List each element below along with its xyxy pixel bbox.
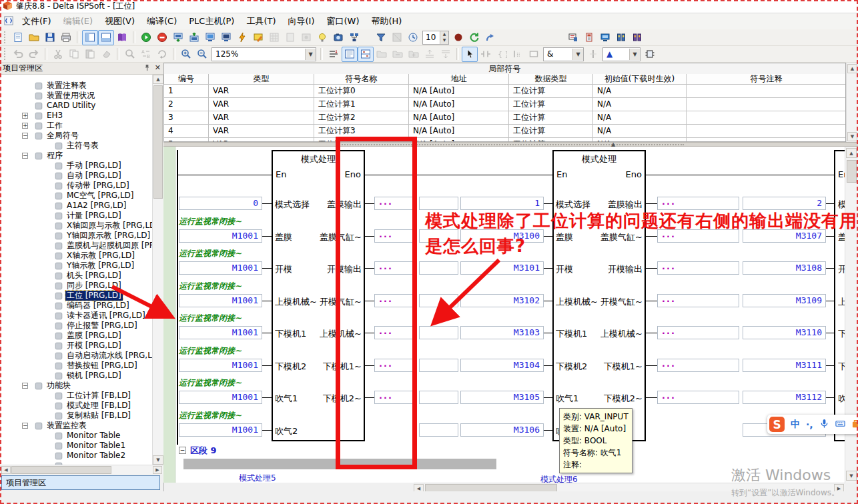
- zoom-select[interactable]: 125%▼: [211, 47, 316, 61]
- vertical-line-tool-icon[interactable]: [585, 47, 601, 62]
- tree-expand-icon[interactable]: +: [22, 113, 28, 119]
- table-cell[interactable]: 工位计算3: [314, 125, 409, 138]
- section-collapse-icon[interactable]: −: [179, 447, 186, 454]
- tree-scroll-up-icon[interactable]: ▲: [153, 75, 163, 84]
- table-cell[interactable]: 工位计算: [509, 125, 593, 138]
- table-cell[interactable]: [687, 85, 846, 98]
- tree-item[interactable]: CARD Utility: [1, 101, 152, 111]
- close-icon[interactable]: ✕: [155, 64, 161, 73]
- operand-value-box[interactable]: 0: [179, 197, 262, 210]
- menu-编译[interactable]: 编译(C): [141, 15, 183, 27]
- operand-value-box[interactable]: M1001: [179, 294, 262, 307]
- help-book-icon[interactable]: [114, 30, 130, 45]
- table-cell[interactable]: 工位计算: [509, 111, 593, 125]
- sogou-logo-icon[interactable]: S: [769, 417, 785, 432]
- logic-select[interactable]: &▼: [543, 47, 584, 61]
- print-icon[interactable]: [58, 30, 74, 45]
- pause-dot-icon[interactable]: [450, 30, 466, 45]
- unassigned-output-box[interactable]: ...: [657, 294, 739, 307]
- download-to-plc-icon[interactable]: [170, 30, 186, 45]
- tree-item-label[interactable]: 模式处理 [FB,LD]: [65, 401, 132, 411]
- tree-item-label[interactable]: 全局符号: [45, 131, 80, 141]
- toolbox-icon[interactable]: [851, 419, 858, 431]
- table-cell[interactable]: N/A: [593, 98, 687, 111]
- operand-comment-box[interactable]: [419, 391, 458, 404]
- tree-item-label[interactable]: 自动启动流水线 [PRG,LD]: [65, 351, 152, 361]
- tree-item-label[interactable]: 功能块: [45, 381, 72, 391]
- function-block-tool-icon[interactable]: [642, 47, 658, 62]
- snapshot-icon[interactable]: [330, 30, 346, 45]
- tree-item[interactable]: X轴示教 [PRG,LD]: [1, 251, 152, 261]
- filter-funnel-icon[interactable]: [373, 30, 389, 45]
- tree-item[interactable]: 计量 [PRG,LD]: [1, 211, 152, 221]
- table-scroll-up-icon[interactable]: ▲: [847, 64, 857, 73]
- tree-item-label[interactable]: MC空气 [PRG,LD]: [65, 191, 135, 201]
- editor-scroll-down-icon[interactable]: ▼: [846, 471, 857, 481]
- instruction-tool-icon[interactable]: [526, 47, 542, 62]
- table-cell[interactable]: 工位计算: [509, 98, 593, 111]
- bulb-view-icon[interactable]: [314, 30, 330, 45]
- table-cell[interactable]: VAR: [209, 98, 314, 111]
- table-cell[interactable]: 工位计算: [509, 85, 593, 98]
- tree-item[interactable]: Monitor Table2: [1, 451, 152, 461]
- tree-item[interactable]: 编码器 [PRG,LD]: [1, 301, 152, 311]
- tree-item-label[interactable]: 锁机 [PRG,LD]: [65, 371, 123, 381]
- table-cell[interactable]: N/A: [593, 111, 687, 125]
- operand-comment-box[interactable]: [419, 326, 458, 339]
- tree-item-label[interactable]: 同步 [PRG,LD]: [65, 281, 123, 291]
- table-cell[interactable]: N/A: [593, 85, 687, 98]
- menu-文件[interactable]: 文件(F): [16, 15, 57, 27]
- contact-tool-icon[interactable]: [478, 47, 494, 62]
- jump-step-icon[interactable]: [482, 30, 498, 45]
- comment-display-icon[interactable]: [342, 47, 358, 62]
- online-edit-icon[interactable]: [250, 30, 266, 45]
- table-cell[interactable]: [687, 98, 846, 111]
- scan-cycle-spinner[interactable]: 10▲▼: [422, 31, 449, 45]
- operand-value-box[interactable]: M1001: [179, 423, 262, 437]
- table-cell[interactable]: N/A [Auto]: [409, 125, 509, 138]
- device-monitor-4-icon[interactable]: [629, 30, 645, 45]
- tree-item[interactable]: Monitor Table: [1, 431, 152, 441]
- new-file-icon[interactable]: [10, 30, 26, 45]
- table-cell[interactable]: VAR: [209, 125, 314, 138]
- tree-item[interactable]: 模式处理 [FB,LD]: [1, 401, 152, 411]
- tree-expand-icon[interactable]: +: [22, 123, 28, 129]
- table-vertical-scrollbar[interactable]: ▲ ▼: [846, 63, 858, 142]
- operand-value-box[interactable]: M3111: [743, 359, 826, 372]
- child-window-icon[interactable]: [4, 16, 13, 27]
- tree-item-label[interactable]: Monitor Table: [65, 431, 121, 441]
- tree-item[interactable]: +EH3: [1, 111, 152, 121]
- net-folder-2-icon[interactable]: [390, 47, 406, 62]
- device-comment-view-icon[interactable]: [565, 30, 581, 45]
- unassigned-output-box[interactable]: ...: [657, 197, 739, 210]
- operand-value-box[interactable]: M1001: [179, 391, 262, 404]
- tree-item-label[interactable]: 停止报警 [PRG,LD]: [65, 321, 139, 331]
- ime-language-button[interactable]: 中: [791, 419, 800, 431]
- unassigned-output-box[interactable]: ...: [374, 294, 415, 307]
- operand-comment-box[interactable]: [419, 359, 458, 372]
- tree-item-label[interactable]: 工位 [PRG,LD]: [65, 291, 123, 301]
- tree-item-label[interactable]: 替换按钮 [PRG,LD]: [65, 361, 139, 371]
- editor-scroll-up-icon[interactable]: ▲: [846, 148, 857, 158]
- operand-value-box[interactable]: M3109: [743, 294, 826, 307]
- menu-PLC主机[interactable]: PLC主机(P): [183, 15, 240, 27]
- unassigned-output-box[interactable]: ...: [374, 391, 415, 404]
- operand-value-box[interactable]: M1001: [179, 326, 262, 339]
- tree-item-label[interactable]: 装置监控表: [45, 421, 88, 431]
- scan-clock-icon[interactable]: [405, 30, 421, 45]
- table-cell[interactable]: 3: [164, 111, 209, 125]
- replace-ab-icon[interactable]: AB: [138, 47, 154, 62]
- tree-item[interactable]: MC空气 [PRG,LD]: [1, 191, 152, 201]
- tree-item[interactable]: X轴回原与示教 [PRG,LD]: [1, 221, 152, 231]
- zoom-select-arrow-icon[interactable]: ▼: [305, 49, 316, 60]
- collapsed-network-bar[interactable]: [183, 459, 496, 469]
- zoom-in-icon[interactable]: [178, 47, 194, 62]
- tree-item[interactable]: −全局符号: [1, 131, 152, 141]
- insert-network-above-icon[interactable]: [422, 47, 438, 62]
- operand-value-box[interactable]: M3103: [460, 326, 544, 339]
- operand-value-box[interactable]: M1001: [179, 359, 262, 372]
- tree-item[interactable]: Y轴回原示教 [PRG,LD]: [1, 231, 152, 241]
- tree-item-label[interactable]: X轴回原与示教 [PRG,LD]: [65, 221, 152, 231]
- tree-item[interactable]: −装置监控表: [1, 421, 152, 431]
- tree-item-label[interactable]: 主符号表: [65, 141, 100, 151]
